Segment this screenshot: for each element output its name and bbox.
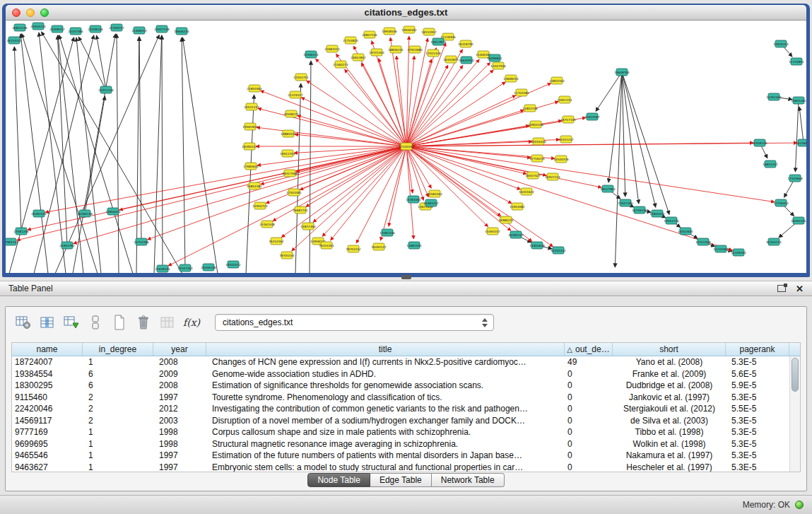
table-row[interactable]: 1938455462009Genome-wide association stu…	[12, 368, 789, 380]
network-node[interactable]: 24850163	[549, 77, 565, 84]
network-node[interactable]: 22648105	[155, 265, 170, 272]
delete-table-icon[interactable]	[133, 313, 154, 332]
network-node[interactable]: 16580247	[508, 231, 524, 238]
panel-resize-grip[interactable]	[401, 275, 411, 279]
network-node[interactable]: 17736450	[773, 199, 789, 206]
network-node[interactable]: 19613874	[430, 38, 446, 45]
network-node[interactable]: 14943726	[664, 217, 679, 224]
network-node[interactable]: 21850464	[247, 85, 262, 92]
close-panel-icon[interactable]: ✕	[796, 284, 804, 293]
network-node[interactable]: 14261503	[766, 93, 782, 100]
network-node[interactable]: 10904158	[528, 121, 543, 128]
zoom-window-icon[interactable]	[40, 8, 49, 17]
network-node[interactable]: 15872364	[300, 223, 316, 230]
network-node[interactable]: 18757105	[560, 116, 576, 123]
network-node[interactable]: 15954082	[510, 203, 525, 210]
network-node[interactable]: 16246815	[796, 139, 806, 146]
network-node[interactable]: 15845031	[649, 210, 665, 217]
network-node[interactable]: 23754186	[134, 238, 149, 245]
network-node[interactable]: 19885031	[281, 130, 296, 137]
table-row[interactable]: 969969511998Structural magnetic resonanc…	[12, 438, 789, 450]
network-node[interactable]: 25904782	[59, 242, 75, 249]
table-vertical-scrollbar[interactable]	[789, 356, 800, 472]
network-node[interactable]: 14584263	[427, 190, 442, 197]
network-node[interactable]: 16047427	[525, 172, 541, 179]
network-node[interactable]: 19046182	[401, 26, 417, 33]
network-node[interactable]: 18547963	[600, 185, 616, 192]
network-node[interactable]: 17647285	[618, 199, 633, 206]
network-node[interactable]: 15904628	[529, 242, 545, 249]
network-node[interactable]: 16854387	[247, 182, 262, 189]
network-node[interactable]: 16683742	[293, 206, 308, 214]
network-node[interactable]: 13608254	[503, 75, 519, 82]
network-node[interactable]: 14507936	[490, 62, 506, 69]
network-node[interactable]: 18134957	[421, 28, 437, 35]
network-node[interactable]: 76254301	[319, 242, 334, 249]
network-node[interactable]: 10926154	[773, 40, 789, 47]
tab-network-table[interactable]: Network Table	[432, 473, 505, 487]
network-node[interactable]: 23208146	[88, 25, 103, 33]
network-node[interactable]: 18836245	[388, 46, 404, 53]
network-node[interactable]: 17685634	[243, 163, 259, 170]
row-height-icon[interactable]	[85, 313, 106, 332]
column-header-in-degree[interactable]: in_degree	[83, 343, 153, 356]
network-node[interactable]: 20351246	[98, 86, 114, 93]
network-node[interactable]: 15938105	[752, 139, 767, 146]
network-node[interactable]: 78704155	[279, 252, 295, 259]
network-node[interactable]: 12240463	[713, 245, 729, 252]
network-node[interactable]: 19606234	[174, 28, 189, 35]
network-node[interactable]: 78704152	[346, 245, 361, 252]
network-node[interactable]: 25008157	[49, 25, 65, 33]
network-node[interactable]: 27081246	[13, 228, 29, 235]
network-node[interactable]: 21754820	[343, 37, 358, 44]
network-node[interactable]: 15950723	[252, 202, 268, 209]
network-node[interactable]: 22044751	[293, 74, 309, 81]
network-node[interactable]: 19565954	[242, 123, 258, 130]
network-node[interactable]: 24107385	[68, 28, 83, 35]
network-node[interactable]: 22683514	[324, 45, 340, 52]
new-file-icon[interactable]	[109, 313, 130, 332]
network-node[interactable]: 16746158	[632, 206, 647, 214]
network-node[interactable]: 24856031	[105, 208, 121, 215]
network-node[interactable]: 12704581	[514, 89, 529, 96]
network-node[interactable]: 15384061	[406, 196, 421, 203]
network-node[interactable]: 19012354	[280, 150, 295, 157]
network-node[interactable]: 14042615	[678, 228, 693, 235]
network-canvas[interactable]: 2185046420541247195659541839021117685634…	[6, 21, 806, 273]
network-node[interactable]: 21560273	[333, 61, 348, 68]
table-row[interactable]: 1830029562008Estimation of significance …	[12, 380, 789, 392]
network-node[interactable]: 20541247	[244, 103, 259, 110]
network-node[interactable]: 15540376	[553, 156, 569, 163]
network-node[interactable]: 20598274	[283, 110, 299, 117]
network-node[interactable]: 20446158	[201, 264, 216, 271]
network-node[interactable]: 25162548	[259, 221, 275, 228]
network-node[interactable]: 20507148	[154, 25, 170, 33]
network-node[interactable]: 92450174	[766, 238, 782, 245]
network-node[interactable]: 31506124	[303, 51, 319, 58]
column-header-pagerank[interactable]: pagerank	[726, 343, 789, 356]
network-node[interactable]: 16986231	[498, 216, 514, 223]
network-node[interactable]: 15493157	[485, 228, 500, 235]
network-node[interactable]: 19938546	[382, 28, 397, 35]
network-node[interactable]: 17503481	[286, 189, 302, 196]
citation-network-graph[interactable]: 2185046420541247195659541839021117685634…	[6, 21, 806, 273]
table-row[interactable]: 2242004622012Investigating the contribut…	[12, 403, 789, 415]
float-panel-icon[interactable]	[777, 285, 786, 292]
network-node[interactable]: 19741503	[369, 49, 384, 56]
column-header-name[interactable]: name	[12, 343, 83, 356]
network-node[interactable]: 16640910	[459, 57, 474, 64]
network-node[interactable]: 92450132	[551, 247, 566, 254]
network-node[interactable]: 18390211	[242, 143, 257, 150]
minimize-window-icon[interactable]	[26, 8, 35, 17]
network-node[interactable]: 26825146	[12, 24, 28, 31]
function-builder-icon[interactable]: f(x)	[181, 313, 202, 332]
network-node[interactable]: 21408253	[131, 27, 147, 34]
table-row[interactable]: 977716911998Corpus callosum shape and si…	[12, 426, 789, 438]
network-node[interactable]: 19345072	[225, 261, 241, 268]
network-node[interactable]: 26734152	[6, 37, 22, 44]
network-node[interactable]: 76254162	[269, 238, 284, 245]
column-header-short[interactable]: short	[613, 343, 726, 356]
network-node[interactable]: 19648794	[614, 69, 630, 76]
table-row[interactable]: 1456911722003Disruption of a novel membe…	[12, 415, 789, 427]
network-node[interactable]: 17103648	[787, 175, 803, 182]
